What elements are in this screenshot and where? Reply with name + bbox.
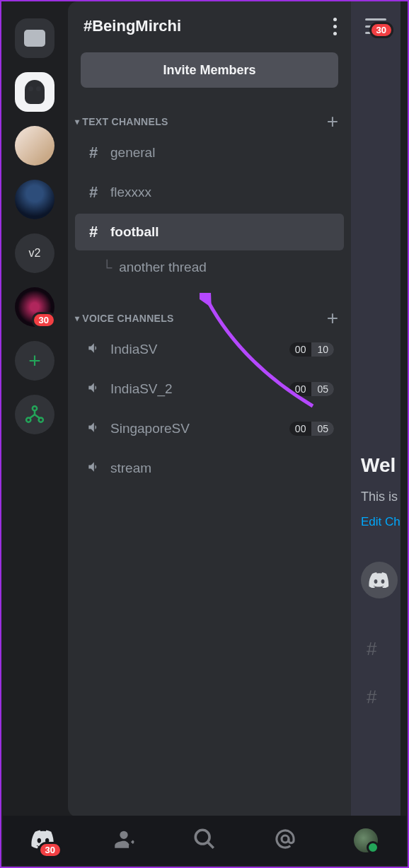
hash-icon: # bbox=[367, 638, 376, 660]
voice-channel-label: IndiaSV bbox=[110, 342, 289, 357]
voice-capacity: 00 05 bbox=[289, 422, 334, 436]
channel-flexxxx[interactable]: # flexxxx bbox=[75, 174, 344, 211]
chevron-down-icon: ▾ bbox=[75, 117, 79, 127]
svg-point-3 bbox=[195, 830, 209, 844]
server-ghost[interactable] bbox=[15, 72, 54, 112]
welcome-subtext: This is bbox=[361, 490, 398, 504]
ghost-icon bbox=[25, 80, 45, 104]
notification-badge: 30 bbox=[369, 22, 393, 38]
more-options-button[interactable] bbox=[333, 18, 337, 35]
speaker-icon bbox=[85, 420, 102, 438]
hub-icon bbox=[24, 404, 45, 425]
notification-badge: 30 bbox=[38, 842, 62, 858]
voice-capacity: 00 10 bbox=[289, 342, 334, 357]
server-avatar-1[interactable] bbox=[15, 126, 54, 166]
channel-panel: #BeingMirchi Invite Members ▾ TEXT CHANN… bbox=[68, 1, 351, 817]
text-channels-label: TEXT CHANNELS bbox=[82, 116, 168, 127]
add-text-channel-button[interactable]: + bbox=[327, 110, 338, 133]
channel-label: flexxxx bbox=[110, 185, 151, 200]
hash-icon: # bbox=[85, 144, 102, 162]
text-channels-section[interactable]: ▾ TEXT CHANNELS + bbox=[68, 110, 351, 133]
plus-icon: + bbox=[28, 350, 41, 371]
channel-general[interactable]: # general bbox=[75, 134, 344, 171]
user-avatar bbox=[354, 828, 378, 852]
hash-thread-icon: # bbox=[85, 223, 102, 241]
speaker-icon bbox=[85, 460, 102, 478]
hash-icon: # bbox=[85, 183, 102, 202]
panel-header: #BeingMirchi bbox=[68, 1, 351, 48]
at-icon bbox=[273, 827, 297, 851]
server-discovery-button[interactable] bbox=[15, 395, 54, 434]
notification-badge: 30 bbox=[32, 312, 56, 328]
server-rail: v2 30 + bbox=[1, 1, 68, 817]
thread-label: another thread bbox=[119, 260, 207, 275]
server-avatar-3[interactable]: 30 bbox=[15, 287, 54, 327]
messages-server[interactable] bbox=[15, 18, 54, 58]
voice-channel-indiasv2[interactable]: IndiaSV_2 00 05 bbox=[75, 371, 344, 407]
voice-capacity: 00 05 bbox=[289, 382, 334, 396]
hash-thread-icon: # bbox=[367, 686, 376, 708]
voice-channels-section[interactable]: ▾ VOICE CHANNELS + bbox=[68, 307, 351, 330]
channel-label: general bbox=[110, 145, 155, 161]
edit-channel-link[interactable]: Edit Ch bbox=[361, 515, 401, 529]
add-server-button[interactable]: + bbox=[15, 341, 54, 381]
voice-channel-stream[interactable]: stream bbox=[75, 450, 344, 487]
add-voice-channel-button[interactable]: + bbox=[327, 307, 338, 330]
voice-channel-indiasv[interactable]: IndiaSV 00 10 bbox=[75, 331, 344, 368]
voice-channel-label: stream bbox=[110, 461, 334, 476]
nav-profile[interactable] bbox=[354, 828, 378, 852]
thread-branch-icon: └ bbox=[102, 260, 112, 276]
speaker-icon bbox=[85, 341, 102, 359]
invite-members-button[interactable]: Invite Members bbox=[81, 52, 338, 88]
voice-channel-label: SingaporeSV bbox=[110, 421, 289, 436]
server-title: #BeingMirchi bbox=[83, 17, 181, 35]
discord-icon bbox=[369, 572, 390, 588]
nav-mentions[interactable] bbox=[273, 827, 297, 854]
voice-channel-singaporesv[interactable]: SingaporeSV 00 05 bbox=[75, 410, 344, 447]
server-v2-label: v2 bbox=[29, 247, 41, 260]
voice-channels-label: VOICE CHANNELS bbox=[82, 313, 173, 324]
search-icon bbox=[192, 827, 217, 851]
svg-line-4 bbox=[207, 842, 214, 848]
channel-label: football bbox=[110, 224, 159, 240]
voice-channel-label: IndiaSV_2 bbox=[110, 381, 289, 397]
bot-avatar[interactable] bbox=[361, 562, 398, 598]
thread-item[interactable]: └ another thread bbox=[75, 252, 344, 283]
chevron-down-icon: ▾ bbox=[75, 313, 79, 323]
speech-bubble-icon bbox=[24, 30, 45, 47]
server-v2[interactable]: v2 bbox=[15, 233, 54, 273]
speaker-icon bbox=[85, 381, 102, 398]
nav-search[interactable] bbox=[192, 827, 217, 854]
content-sliver: 30 Wel This is Edit Ch # # bbox=[351, 1, 401, 817]
server-avatar-2[interactable] bbox=[15, 180, 54, 219]
channel-football[interactable]: # football bbox=[75, 214, 344, 250]
nav-home[interactable]: 30 bbox=[31, 827, 55, 854]
friends-icon bbox=[112, 827, 136, 851]
welcome-heading: Wel bbox=[361, 454, 396, 477]
bottom-nav: 30 bbox=[3, 816, 406, 865]
svg-point-0 bbox=[33, 406, 37, 410]
hamburger-button[interactable]: 30 bbox=[365, 18, 386, 34]
nav-friends[interactable] bbox=[112, 827, 136, 854]
